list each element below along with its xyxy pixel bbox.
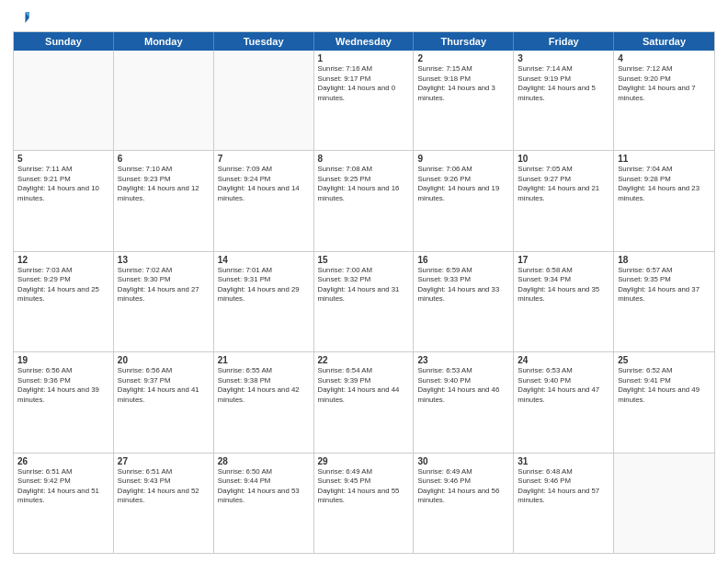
day-info: Sunrise: 6:58 AM Sunset: 9:34 PM Dayligh…: [518, 266, 609, 304]
day-cell-4: 4Sunrise: 7:12 AM Sunset: 9:20 PM Daylig…: [614, 51, 714, 150]
day-number: 11: [618, 154, 711, 164]
day-number: 26: [17, 456, 109, 466]
day-info: Sunrise: 6:54 AM Sunset: 9:39 PM Dayligh…: [318, 366, 410, 405]
calendar-week-1: 1Sunrise: 7:16 AM Sunset: 9:17 PM Daylig…: [14, 51, 714, 151]
weekday-header-thursday: Thursday: [414, 32, 514, 51]
weekday-header-saturday: Saturday: [614, 32, 714, 51]
day-info: Sunrise: 7:06 AM Sunset: 9:26 PM Dayligh…: [417, 165, 509, 203]
day-cell-24: 24Sunrise: 6:53 AM Sunset: 9:40 PM Dayli…: [514, 352, 614, 452]
day-cell-17: 17Sunrise: 6:58 AM Sunset: 9:34 PM Dayli…: [514, 252, 614, 351]
day-info: Sunrise: 7:11 AM Sunset: 9:21 PM Dayligh…: [17, 165, 109, 203]
day-cell-3: 3Sunrise: 7:14 AM Sunset: 9:19 PM Daylig…: [514, 51, 614, 150]
day-cell-26: 26Sunrise: 6:51 AM Sunset: 9:42 PM Dayli…: [14, 454, 114, 553]
day-number: 25: [618, 355, 711, 365]
day-info: Sunrise: 7:04 AM Sunset: 9:28 PM Dayligh…: [618, 165, 711, 203]
day-cell-30: 30Sunrise: 6:49 AM Sunset: 9:46 PM Dayli…: [414, 454, 514, 553]
day-number: 2: [417, 53, 509, 63]
empty-cell: [114, 51, 214, 150]
day-info: Sunrise: 6:49 AM Sunset: 9:45 PM Dayligh…: [318, 467, 410, 506]
day-cell-16: 16Sunrise: 6:59 AM Sunset: 9:33 PM Dayli…: [414, 252, 514, 351]
day-number: 15: [318, 255, 410, 265]
day-info: Sunrise: 6:49 AM Sunset: 9:46 PM Dayligh…: [417, 467, 509, 506]
day-info: Sunrise: 6:51 AM Sunset: 9:43 PM Dayligh…: [118, 467, 210, 506]
header: [13, 9, 715, 26]
day-cell-18: 18Sunrise: 6:57 AM Sunset: 9:35 PM Dayli…: [614, 252, 714, 351]
day-cell-8: 8Sunrise: 7:08 AM Sunset: 9:25 PM Daylig…: [314, 151, 415, 250]
calendar-body: 1Sunrise: 7:16 AM Sunset: 9:17 PM Daylig…: [14, 51, 714, 553]
day-cell-11: 11Sunrise: 7:04 AM Sunset: 9:28 PM Dayli…: [614, 151, 714, 250]
day-cell-15: 15Sunrise: 7:00 AM Sunset: 9:32 PM Dayli…: [314, 252, 415, 351]
logo-icon: [13, 9, 29, 26]
day-number: 29: [318, 456, 410, 466]
day-number: 7: [218, 154, 310, 164]
day-info: Sunrise: 7:00 AM Sunset: 9:32 PM Dayligh…: [318, 266, 410, 304]
calendar-week-2: 5Sunrise: 7:11 AM Sunset: 9:21 PM Daylig…: [14, 151, 714, 251]
day-cell-14: 14Sunrise: 7:01 AM Sunset: 9:31 PM Dayli…: [214, 252, 314, 351]
weekday-header-wednesday: Wednesday: [314, 32, 415, 51]
day-number: 27: [118, 456, 210, 466]
day-info: Sunrise: 6:56 AM Sunset: 9:36 PM Dayligh…: [17, 366, 109, 405]
day-cell-21: 21Sunrise: 6:55 AM Sunset: 9:38 PM Dayli…: [214, 352, 314, 452]
day-cell-29: 29Sunrise: 6:49 AM Sunset: 9:45 PM Dayli…: [314, 454, 415, 553]
calendar: SundayMondayTuesdayWednesdayThursdayFrid…: [13, 31, 715, 554]
day-cell-31: 31Sunrise: 6:48 AM Sunset: 9:46 PM Dayli…: [514, 454, 614, 553]
day-cell-1: 1Sunrise: 7:16 AM Sunset: 9:17 PM Daylig…: [314, 51, 415, 150]
day-cell-10: 10Sunrise: 7:05 AM Sunset: 9:27 PM Dayli…: [514, 151, 614, 250]
empty-cell: [14, 51, 114, 150]
weekday-header-monday: Monday: [114, 32, 214, 51]
day-info: Sunrise: 7:15 AM Sunset: 9:18 PM Dayligh…: [417, 64, 509, 103]
day-cell-22: 22Sunrise: 6:54 AM Sunset: 9:39 PM Dayli…: [314, 352, 415, 452]
day-number: 8: [318, 154, 410, 164]
calendar-header: SundayMondayTuesdayWednesdayThursdayFrid…: [14, 32, 714, 51]
day-info: Sunrise: 7:09 AM Sunset: 9:24 PM Dayligh…: [218, 165, 310, 203]
calendar-week-5: 26Sunrise: 6:51 AM Sunset: 9:42 PM Dayli…: [14, 454, 714, 553]
day-number: 10: [518, 154, 609, 164]
day-info: Sunrise: 6:53 AM Sunset: 9:40 PM Dayligh…: [417, 366, 509, 405]
day-number: 12: [17, 255, 109, 265]
day-info: Sunrise: 7:01 AM Sunset: 9:31 PM Dayligh…: [218, 266, 310, 304]
day-info: Sunrise: 6:56 AM Sunset: 9:37 PM Dayligh…: [118, 366, 210, 405]
day-number: 23: [417, 355, 509, 365]
day-cell-2: 2Sunrise: 7:15 AM Sunset: 9:18 PM Daylig…: [414, 51, 514, 150]
day-info: Sunrise: 7:08 AM Sunset: 9:25 PM Dayligh…: [318, 165, 410, 203]
day-cell-19: 19Sunrise: 6:56 AM Sunset: 9:36 PM Dayli…: [14, 352, 114, 452]
day-cell-20: 20Sunrise: 6:56 AM Sunset: 9:37 PM Dayli…: [114, 352, 214, 452]
calendar-week-3: 12Sunrise: 7:03 AM Sunset: 9:29 PM Dayli…: [14, 252, 714, 352]
day-number: 22: [318, 355, 410, 365]
day-cell-27: 27Sunrise: 6:51 AM Sunset: 9:43 PM Dayli…: [114, 454, 214, 553]
day-number: 31: [518, 456, 609, 466]
weekday-header-friday: Friday: [514, 32, 614, 51]
day-info: Sunrise: 6:50 AM Sunset: 9:44 PM Dayligh…: [218, 467, 310, 506]
day-info: Sunrise: 7:12 AM Sunset: 9:20 PM Dayligh…: [618, 64, 711, 103]
day-number: 19: [17, 355, 109, 365]
day-info: Sunrise: 6:53 AM Sunset: 9:40 PM Dayligh…: [518, 366, 609, 405]
day-info: Sunrise: 7:03 AM Sunset: 9:29 PM Dayligh…: [17, 266, 109, 304]
day-number: 17: [518, 255, 609, 265]
day-info: Sunrise: 7:16 AM Sunset: 9:17 PM Dayligh…: [318, 64, 410, 103]
day-number: 1: [318, 53, 410, 63]
day-info: Sunrise: 6:55 AM Sunset: 9:38 PM Dayligh…: [218, 366, 310, 405]
day-number: 6: [118, 154, 210, 164]
day-info: Sunrise: 7:02 AM Sunset: 9:30 PM Dayligh…: [118, 266, 210, 304]
day-number: 13: [118, 255, 210, 265]
day-number: 16: [417, 255, 509, 265]
day-number: 5: [17, 154, 109, 164]
page: SundayMondayTuesdayWednesdayThursdayFrid…: [0, 0, 728, 563]
day-number: 3: [518, 53, 609, 63]
day-number: 30: [417, 456, 509, 466]
day-info: Sunrise: 7:05 AM Sunset: 9:27 PM Dayligh…: [518, 165, 609, 203]
day-cell-5: 5Sunrise: 7:11 AM Sunset: 9:21 PM Daylig…: [14, 151, 114, 250]
day-info: Sunrise: 6:52 AM Sunset: 9:41 PM Dayligh…: [618, 366, 711, 405]
day-cell-28: 28Sunrise: 6:50 AM Sunset: 9:44 PM Dayli…: [214, 454, 314, 553]
day-cell-6: 6Sunrise: 7:10 AM Sunset: 9:23 PM Daylig…: [114, 151, 214, 250]
day-number: 24: [518, 355, 609, 365]
day-number: 28: [218, 456, 310, 466]
day-cell-12: 12Sunrise: 7:03 AM Sunset: 9:29 PM Dayli…: [14, 252, 114, 351]
day-number: 21: [218, 355, 310, 365]
empty-cell: [214, 51, 314, 150]
day-number: 20: [118, 355, 210, 365]
day-cell-9: 9Sunrise: 7:06 AM Sunset: 9:26 PM Daylig…: [414, 151, 514, 250]
day-info: Sunrise: 6:51 AM Sunset: 9:42 PM Dayligh…: [17, 467, 109, 506]
day-cell-23: 23Sunrise: 6:53 AM Sunset: 9:40 PM Dayli…: [414, 352, 514, 452]
day-info: Sunrise: 6:57 AM Sunset: 9:35 PM Dayligh…: [618, 266, 711, 304]
